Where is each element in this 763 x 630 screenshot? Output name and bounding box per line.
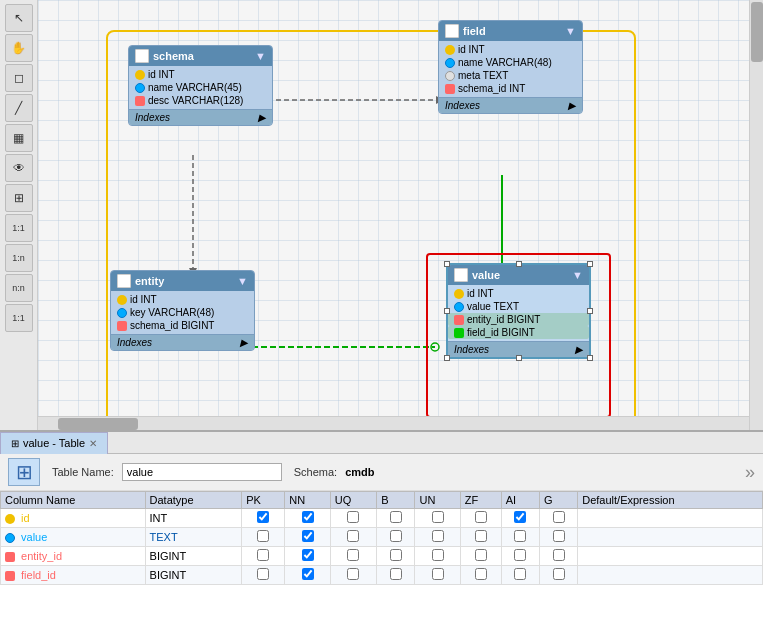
value-uq-checkbox[interactable] bbox=[347, 530, 359, 542]
field-field-id: id INT bbox=[439, 43, 582, 56]
canvas-scrollbar-bottom[interactable] bbox=[38, 416, 749, 430]
value-b-checkbox[interactable] bbox=[390, 530, 402, 542]
handle-tr[interactable] bbox=[587, 261, 593, 267]
entity-id-un-checkbox[interactable] bbox=[432, 549, 444, 561]
id-un-checkbox[interactable] bbox=[432, 511, 444, 523]
entity-id-uq-checkbox[interactable] bbox=[347, 549, 359, 561]
id-b-checkbox[interactable] bbox=[390, 511, 402, 523]
tab-close-button[interactable]: ✕ bbox=[89, 438, 97, 449]
col-pk-cell[interactable] bbox=[242, 509, 285, 528]
table-schema-footer[interactable]: Indexes ▶ bbox=[129, 109, 272, 125]
eraser-tool[interactable]: ◻ bbox=[5, 64, 33, 92]
field-id-nn-checkbox[interactable] bbox=[302, 568, 314, 580]
field-id-uq-checkbox[interactable] bbox=[347, 568, 359, 580]
one-to-n-tool[interactable]: 1:n bbox=[5, 244, 33, 272]
handle-bm[interactable] bbox=[516, 355, 522, 361]
value-zf-checkbox[interactable] bbox=[475, 530, 487, 542]
id-uq-checkbox[interactable] bbox=[347, 511, 359, 523]
pk-icon bbox=[445, 45, 455, 55]
value-field-id: id INT bbox=[448, 287, 589, 300]
scrollbar-bottom-thumb[interactable] bbox=[58, 418, 138, 430]
table-entity[interactable]: entity ▼ id INT key VARCHAR(48) schema_i… bbox=[110, 270, 255, 351]
id-ai-checkbox[interactable] bbox=[514, 511, 526, 523]
grid-tool[interactable]: ⊞ bbox=[5, 184, 33, 212]
view-tool[interactable]: 👁 bbox=[5, 154, 33, 182]
handle-br[interactable] bbox=[587, 355, 593, 361]
schema-expand-arrow[interactable]: ▼ bbox=[255, 50, 266, 62]
id-g-checkbox[interactable] bbox=[553, 511, 565, 523]
er-diagram-canvas[interactable]: schema ▼ id INT name VARCHAR(45) desc VA… bbox=[38, 0, 763, 430]
canvas-scrollbar-right[interactable] bbox=[749, 0, 763, 430]
expand-panel-icon[interactable]: » bbox=[745, 462, 755, 483]
col-header-nn: NN bbox=[285, 492, 330, 509]
entity-field-id: id INT bbox=[111, 293, 254, 306]
value-nn-checkbox[interactable] bbox=[302, 530, 314, 542]
field-id-b-checkbox[interactable] bbox=[390, 568, 402, 580]
col-default-cell bbox=[578, 566, 763, 585]
field-expand-arrow[interactable]: ▼ bbox=[565, 25, 576, 37]
one-to-one-alt-tool[interactable]: 1:1 bbox=[5, 304, 33, 332]
table-name-row: Table Name: bbox=[52, 463, 282, 481]
value-g-checkbox[interactable] bbox=[553, 530, 565, 542]
field-id-g-checkbox[interactable] bbox=[553, 568, 565, 580]
value-expand-arrow[interactable]: ▼ bbox=[572, 269, 583, 281]
table-row: entity_id BIGINT bbox=[1, 547, 763, 566]
table-value-body: id INT value TEXT entity_id BIGINT field… bbox=[448, 285, 589, 341]
scrollbar-right-thumb[interactable] bbox=[751, 2, 763, 62]
field-id-un-checkbox[interactable] bbox=[432, 568, 444, 580]
field-id-ai-checkbox[interactable] bbox=[514, 568, 526, 580]
columns-table-container[interactable]: Column Name Datatype PK NN UQ B UN ZF AI… bbox=[0, 491, 763, 585]
entity-id-nn-checkbox[interactable] bbox=[302, 549, 314, 561]
one-to-one-tool[interactable]: 1:1 bbox=[5, 214, 33, 242]
pk-icon bbox=[117, 295, 127, 305]
col-name-id: id bbox=[21, 512, 30, 524]
entity-id-g-checkbox[interactable] bbox=[553, 549, 565, 561]
svg-point-5 bbox=[431, 343, 439, 351]
value-field-value: value TEXT bbox=[448, 300, 589, 313]
col-datatype-cell: TEXT bbox=[145, 528, 242, 547]
table-entity-name: entity bbox=[135, 275, 164, 287]
id-pk-checkbox[interactable] bbox=[257, 511, 269, 523]
regular-icon bbox=[117, 321, 127, 331]
entity-id-ai-checkbox[interactable] bbox=[514, 549, 526, 561]
table-field[interactable]: field ▼ id INT name VARCHAR(48) meta TEX… bbox=[438, 20, 583, 114]
table-field-footer[interactable]: Indexes ▶ bbox=[439, 97, 582, 113]
col-nn-cell[interactable] bbox=[285, 509, 330, 528]
value-ai-checkbox[interactable] bbox=[514, 530, 526, 542]
table-name-label: Table Name: bbox=[52, 466, 114, 478]
field-id-pk-checkbox[interactable] bbox=[257, 568, 269, 580]
handle-tl[interactable] bbox=[444, 261, 450, 267]
cursor-tool[interactable]: ↖ bbox=[5, 4, 33, 32]
col-name-cell: entity_id bbox=[1, 547, 146, 566]
table-schema[interactable]: schema ▼ id INT name VARCHAR(45) desc VA… bbox=[128, 45, 273, 126]
value-un-checkbox[interactable] bbox=[432, 530, 444, 542]
table-schema-body: id INT name VARCHAR(45) desc VARCHAR(128… bbox=[129, 66, 272, 109]
entity-id-b-checkbox[interactable] bbox=[390, 549, 402, 561]
table-row: id INT bbox=[1, 509, 763, 528]
table-value[interactable]: value ▼ id INT value TEXT entity_id BIGI… bbox=[446, 263, 591, 359]
field-field-name: name VARCHAR(48) bbox=[439, 56, 582, 69]
value-table-tab[interactable]: ⊞ value - Table ✕ bbox=[0, 432, 108, 454]
col-header-ai: AI bbox=[501, 492, 539, 509]
id-nn-checkbox[interactable] bbox=[302, 511, 314, 523]
table-schema-name: schema bbox=[153, 50, 194, 62]
handle-tm[interactable] bbox=[516, 261, 522, 267]
table-toolbar-icon[interactable]: ⊞ bbox=[8, 458, 40, 486]
entity-id-zf-checkbox[interactable] bbox=[475, 549, 487, 561]
field-id-zf-checkbox[interactable] bbox=[475, 568, 487, 580]
entity-id-pk-checkbox[interactable] bbox=[257, 549, 269, 561]
entity-expand-arrow[interactable]: ▼ bbox=[237, 275, 248, 287]
handle-mr[interactable] bbox=[587, 308, 593, 314]
hand-tool[interactable]: ✋ bbox=[5, 34, 33, 62]
id-zf-checkbox[interactable] bbox=[475, 511, 487, 523]
handle-bl[interactable] bbox=[444, 355, 450, 361]
line-tool[interactable]: ╱ bbox=[5, 94, 33, 122]
n-to-n-tool[interactable]: n:n bbox=[5, 274, 33, 302]
table-tool[interactable]: ▦ bbox=[5, 124, 33, 152]
regular-icon bbox=[445, 84, 455, 94]
regular-icon bbox=[454, 328, 464, 338]
table-name-input[interactable] bbox=[122, 463, 282, 481]
value-pk-checkbox[interactable] bbox=[257, 530, 269, 542]
handle-ml[interactable] bbox=[444, 308, 450, 314]
table-entity-footer[interactable]: Indexes ▶ bbox=[111, 334, 254, 350]
